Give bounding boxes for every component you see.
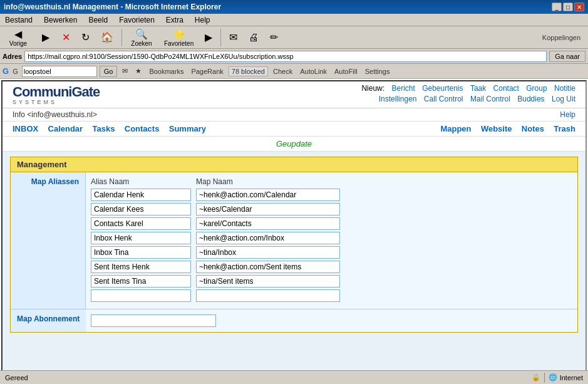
nav-bar: INBOX Calendar Tasks Contacts Summary Ma… <box>3 122 585 137</box>
window-title: info@weusthuis.nl Management - Microsoft… <box>4 3 221 11</box>
mail-button[interactable]: ✉ <box>225 29 242 45</box>
menu-help[interactable]: Help <box>192 15 213 25</box>
address-bar: Adres Ga naar <box>0 49 588 64</box>
media-button[interactable]: ▶ <box>200 29 217 45</box>
map-input-7[interactable] <box>196 289 340 302</box>
menu-bewerken[interactable]: Bewerken <box>41 15 80 25</box>
zone-label: Internet <box>560 374 583 381</box>
back-button[interactable]: ◀ Vorige <box>3 26 34 49</box>
alias-input-4[interactable] <box>91 246 191 259</box>
google-g-label: G <box>13 68 18 75</box>
home-button[interactable]: 🏠 <box>96 29 118 45</box>
title-bar: info@weusthuis.nl Management - Microsoft… <box>0 0 588 14</box>
alias-input-3[interactable] <box>91 232 191 244</box>
search-button[interactable]: 🔍 Zoeken <box>126 26 157 49</box>
map-input-0[interactable] <box>196 189 340 201</box>
address-input[interactable] <box>24 51 547 62</box>
forward-button[interactable]: ▶ <box>36 29 55 45</box>
map-input-1[interactable] <box>196 203 340 215</box>
nav-website[interactable]: Website <box>481 124 512 133</box>
nav-taak[interactable]: Taak <box>470 84 486 93</box>
nav-contacts[interactable]: Contacts <box>125 124 160 133</box>
abonnement-input[interactable] <box>91 314 216 327</box>
edit-icon: ✏ <box>270 31 278 43</box>
lock-icon: 🔒 <box>532 373 540 381</box>
map-abonnement-content <box>86 309 577 332</box>
nav-mappen[interactable]: Mappen <box>440 124 471 133</box>
nav-logout[interactable]: Log Uit <box>552 95 575 103</box>
alias-row <box>91 275 572 288</box>
nav-group[interactable]: Group <box>526 84 547 93</box>
refresh-button[interactable]: ↻ <box>77 29 94 45</box>
stop-button[interactable]: ✕ <box>58 29 75 45</box>
map-input-4[interactable] <box>196 246 340 259</box>
map-input-6[interactable] <box>196 275 340 288</box>
alias-input-0[interactable] <box>91 189 191 201</box>
favorites-icon: ⭐ <box>173 28 185 40</box>
nav-buddies[interactable]: Buddies <box>517 95 544 103</box>
map-input-2[interactable] <box>196 217 340 230</box>
alias-input-5[interactable] <box>91 261 191 273</box>
toolbar: ◀ Vorige ▶ ✕ ↻ 🏠 🔍 Zoeken ⭐ Favorieten ▶… <box>0 26 588 49</box>
col-alias-naam: Alias Naam <box>91 177 191 186</box>
status-divider <box>544 373 545 383</box>
nav-tasks[interactable]: Tasks <box>93 124 115 133</box>
nav-bericht[interactable]: Bericht <box>391 84 415 93</box>
cg-nav-top: Nieuw: Bericht Gebeurtenis Taak Contact … <box>361 84 575 93</box>
google-mail-icon[interactable]: ✉ <box>120 67 130 75</box>
google-autofill-button[interactable]: AutoFill <box>332 68 360 75</box>
alias-input-7[interactable] <box>91 289 191 302</box>
alias-row <box>91 289 572 302</box>
nav-gebeurtenis[interactable]: Gebeurtenis <box>422 84 463 93</box>
nav-contact[interactable]: Contact <box>493 84 519 93</box>
favorites-button[interactable]: ⭐ Favorieten <box>160 26 198 49</box>
go-button[interactable]: Ga naar <box>549 51 585 62</box>
alias-input-6[interactable] <box>91 275 191 288</box>
help-link[interactable]: Help <box>560 110 575 119</box>
map-input-3[interactable] <box>196 232 340 244</box>
google-settings-button[interactable]: Settings <box>363 68 393 75</box>
nav-instellingen[interactable]: Instellingen <box>379 95 417 103</box>
nav-trash[interactable]: Trash <box>554 124 575 133</box>
toolbar-separator-2 <box>220 29 221 46</box>
nav-mailcontrol[interactable]: Mail Control <box>470 95 510 103</box>
koppelingen-label: Koppelingen <box>542 34 580 41</box>
close-button[interactable]: ✕ <box>574 3 584 11</box>
nav-callcontrol[interactable]: Call Control <box>424 95 463 103</box>
alias-input-2[interactable] <box>91 217 191 230</box>
window-controls: _ □ ✕ <box>552 3 584 11</box>
alias-row <box>91 261 572 273</box>
menu-favorieten[interactable]: Favorieten <box>116 15 157 25</box>
cg-nav-right: Nieuw: Bericht Gebeurtenis Taak Contact … <box>361 84 575 103</box>
media-icon: ▶ <box>205 31 212 43</box>
google-autolink-button[interactable]: AutoLink <box>297 68 329 75</box>
print-button[interactable]: 🖨 <box>244 30 263 45</box>
menu-bestand[interactable]: Bestand <box>3 15 35 25</box>
map-aliassen-content: Alias Naam Map Naam <box>86 172 577 309</box>
edit-button[interactable]: ✏ <box>266 29 282 45</box>
google-check-button[interactable]: Check <box>271 68 295 75</box>
google-star-icon[interactable]: ★ <box>133 67 144 75</box>
minimize-button[interactable]: _ <box>552 3 562 11</box>
menu-beeld[interactable]: Beeld <box>86 15 110 25</box>
maximize-button[interactable]: □ <box>563 3 573 11</box>
google-bookmarks-button[interactable]: Bookmarks <box>147 68 186 75</box>
alias-input-1[interactable] <box>91 203 191 215</box>
nav-notitie[interactable]: Notitie <box>554 84 575 93</box>
menu-extra[interactable]: Extra <box>163 15 186 25</box>
info-bar: Info <info@weusthuis.nl> Help <box>3 108 585 122</box>
nav-inbox[interactable]: INBOX <box>13 124 38 133</box>
nav-notes[interactable]: Notes <box>522 124 544 133</box>
nav-summary[interactable]: Summary <box>169 124 206 133</box>
globe-icon: 🌐 <box>549 373 557 381</box>
google-go-button[interactable]: Go <box>100 66 118 77</box>
update-message: Geupdate <box>3 137 585 152</box>
nav-calendar[interactable]: Calendar <box>48 124 83 133</box>
search-icon: 🔍 <box>135 28 148 40</box>
google-search-input[interactable] <box>22 66 97 77</box>
status-text: Gereed <box>5 374 28 381</box>
status-right: 🔒 🌐 Internet <box>532 373 583 383</box>
cg-nav-bottom: Instellingen Call Control Mail Control B… <box>361 95 575 103</box>
map-input-5[interactable] <box>196 261 340 273</box>
refresh-icon: ↻ <box>81 31 90 43</box>
